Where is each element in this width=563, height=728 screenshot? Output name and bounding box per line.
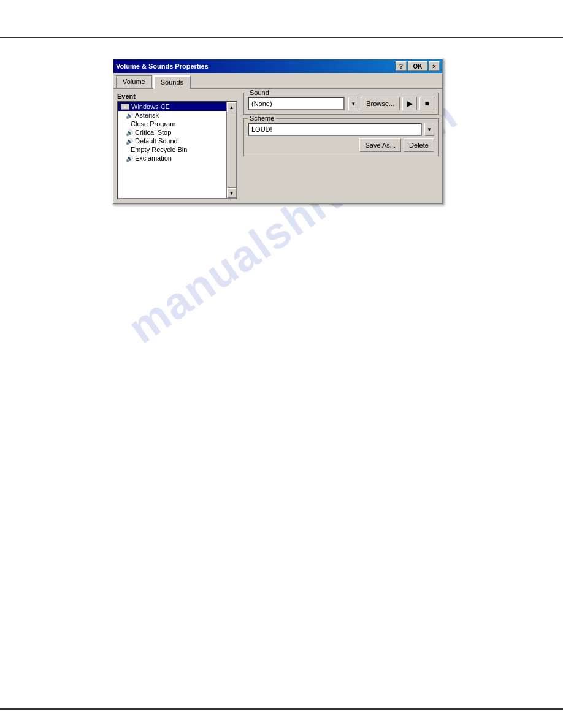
event-item-close-program[interactable]: Close Program [118, 119, 226, 128]
title-bar-buttons: ? OK × [396, 61, 440, 71]
scheme-group-label: Scheme [248, 115, 276, 122]
content-layout: Event ▪ Windows CE 🔊 Asterisk [117, 93, 439, 199]
browse-button[interactable]: Browse... [361, 97, 400, 110]
event-list: ▪ Windows CE 🔊 Asterisk Close Program [118, 102, 226, 198]
event-item-exclamation[interactable]: 🔊 Exclamation [118, 154, 226, 162]
scheme-dropdown-arrow[interactable]: ▼ [424, 123, 434, 136]
page-border-top [0, 37, 563, 38]
save-as-button[interactable]: Save As... [359, 138, 401, 152]
sound-dropdown[interactable]: (None) [248, 97, 345, 110]
scroll-up-button[interactable]: ▲ [227, 102, 237, 112]
event-list-scrollbar: ▲ ▼ [226, 102, 236, 198]
tab-bar: Volume Sounds [113, 73, 442, 89]
event-label: Event [117, 93, 240, 100]
sound-group-label: Sound [248, 89, 271, 96]
left-panel: Event ▪ Windows CE 🔊 Asterisk [117, 93, 240, 199]
close-button[interactable]: × [429, 61, 440, 71]
ok-button[interactable]: OK [408, 61, 427, 71]
event-item-asterisk[interactable]: 🔊 Asterisk [118, 111, 226, 119]
speaker-icon-critical-stop: 🔊 [126, 129, 133, 136]
folder-icon: ▪ [121, 104, 129, 110]
event-item-empty-recycle-bin[interactable]: Empty Recycle Bin [118, 145, 226, 154]
dialog-content: Event ▪ Windows CE 🔊 Asterisk [113, 89, 442, 203]
scheme-dropdown[interactable]: LOUD! [248, 123, 422, 136]
speaker-icon-exclamation: 🔊 [126, 155, 133, 162]
page-border-bottom [0, 708, 563, 710]
sound-dropdown-arrow[interactable]: ▼ [348, 97, 358, 110]
sound-group: Sound (None) ▼ Browse... ▶ ■ [243, 93, 439, 115]
scroll-thumb[interactable] [228, 113, 236, 188]
tab-sounds[interactable]: Sounds [153, 75, 191, 89]
speaker-icon-default-sound: 🔊 [126, 138, 133, 145]
sound-row: (None) ▼ Browse... ▶ ■ [248, 97, 434, 110]
save-delete-row: Save As... Delete [248, 138, 434, 152]
event-list-container: ▪ Windows CE 🔊 Asterisk Close Program [117, 101, 237, 199]
scheme-row: LOUD! ▼ [248, 123, 434, 136]
scroll-down-button[interactable]: ▼ [227, 188, 237, 198]
scheme-group: Scheme LOUD! ▼ Save As... Delete [243, 118, 439, 156]
dialog-title: Volume & Sounds Properties [116, 63, 209, 70]
title-bar: Volume & Sounds Properties ? OK × [113, 59, 442, 73]
delete-button[interactable]: Delete [404, 138, 434, 152]
right-panel: Sound (None) ▼ Browse... ▶ ■ Scheme [243, 93, 439, 199]
speaker-icon-asterisk: 🔊 [126, 112, 133, 119]
stop-button[interactable]: ■ [419, 97, 434, 110]
event-item-windows-ce[interactable]: ▪ Windows CE [118, 102, 226, 111]
event-item-critical-stop[interactable]: 🔊 Critical Stop [118, 128, 226, 137]
dialog-window: Volume & Sounds Properties ? OK × Volume… [112, 58, 443, 204]
tab-volume[interactable]: Volume [116, 75, 152, 88]
play-button[interactable]: ▶ [402, 97, 417, 110]
help-button[interactable]: ? [396, 61, 407, 71]
event-item-default-sound[interactable]: 🔊 Default Sound [118, 137, 226, 145]
